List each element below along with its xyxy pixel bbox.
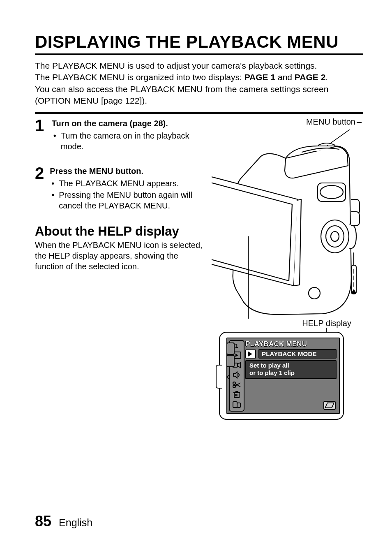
help-line-2: or to play 1 clip bbox=[249, 369, 332, 377]
page-number: 85 bbox=[35, 513, 51, 530]
steps-rule bbox=[35, 112, 363, 114]
step-body-2: Press the MENU button. The PLAYBACK MENU… bbox=[50, 165, 208, 212]
svg-rect-15 bbox=[237, 403, 240, 407]
step-2-bullet-2: Pressing the MENU button again will canc… bbox=[57, 190, 208, 211]
intro-and: and bbox=[275, 72, 295, 82]
intro-line2a: The PLAYBACK MENU is organized into two … bbox=[35, 72, 244, 82]
step-number-2: 2 bbox=[35, 165, 44, 181]
step-2-bullets: The PLAYBACK MENU appears. Pressing the … bbox=[50, 178, 208, 211]
step-heading-1: Turn on the camera (page 28). bbox=[52, 118, 208, 129]
step-heading-2: Press the MENU button. bbox=[50, 166, 208, 176]
help-display-label: HELP display bbox=[302, 319, 351, 328]
step-2-bullet-1: The PLAYBACK MENU appears. bbox=[57, 178, 208, 189]
svg-rect-14 bbox=[233, 402, 237, 407]
camera-illustration bbox=[212, 130, 368, 319]
svg-point-4 bbox=[320, 185, 343, 199]
manual-page: DISPLAYING THE PLAYBACK MENU The PLAYBAC… bbox=[0, 0, 392, 553]
intro-page2: PAGE 2 bbox=[295, 72, 325, 82]
tab-2 bbox=[226, 355, 235, 367]
speaker-icon bbox=[232, 371, 241, 379]
edit-icon bbox=[323, 401, 336, 410]
intro-paragraph: The PLAYBACK MENU is used to adjust your… bbox=[35, 60, 363, 106]
lcd-sidebar: 1 bbox=[229, 340, 244, 412]
svg-marker-9 bbox=[235, 354, 238, 357]
mode-bar: PLAYBACK MODE bbox=[245, 349, 337, 359]
playback-icon bbox=[245, 349, 256, 359]
title-rule bbox=[35, 53, 363, 55]
intro-line1: The PLAYBACK MENU is used to adjust your… bbox=[35, 61, 317, 70]
help-line-1: Set to play all bbox=[249, 362, 332, 369]
footer-language: English bbox=[59, 517, 92, 529]
lcd-screen: 1 PLAYBACK MENU PLAYBACK MODE Set to bbox=[226, 338, 340, 414]
svg-point-5 bbox=[309, 287, 320, 299]
help-box: Set to play all or to play 1 clip bbox=[245, 360, 337, 379]
about-heading: About the HELP display bbox=[35, 224, 208, 239]
lcd-content: PLAYBACK MENU PLAYBACK MODE Set to play … bbox=[245, 340, 337, 379]
content-columns: 1 Turn on the camera (page 28). Turn the… bbox=[35, 117, 363, 430]
lcd-title: PLAYBACK MENU bbox=[245, 340, 337, 348]
tab-1 bbox=[226, 342, 235, 355]
card-icon bbox=[232, 401, 241, 408]
step-number-1: 1 bbox=[35, 117, 46, 134]
step-body-1: Turn on the camera (page 28). Turn the c… bbox=[52, 117, 208, 153]
left-column: 1 Turn on the camera (page 28). Turn the… bbox=[35, 117, 208, 272]
scissors-icon bbox=[232, 381, 241, 389]
menu-button-label: MENU button bbox=[306, 117, 355, 127]
playback-mode-label: PLAYBACK MODE bbox=[258, 349, 337, 359]
leader-menu bbox=[357, 122, 362, 123]
step-1: 1 Turn on the camera (page 28). Turn the… bbox=[35, 117, 208, 153]
step-2: 2 Press the MENU button. The PLAYBACK ME… bbox=[35, 165, 208, 212]
trash-icon bbox=[232, 391, 241, 398]
step-1-bullets: Turn the camera on in the playback mode. bbox=[52, 130, 208, 152]
intro-line2b: . bbox=[325, 72, 328, 82]
svg-point-2 bbox=[331, 231, 339, 241]
intro-line3: You can also access the PLAYBACK MENU fr… bbox=[35, 84, 328, 105]
intro-page1: PAGE 1 bbox=[244, 72, 275, 82]
step-1-bullet-1: Turn the camera on in the playback mode. bbox=[59, 130, 208, 152]
right-column: MENU button bbox=[212, 117, 368, 430]
about-text: When the PLAYBACK MENU icon is selected,… bbox=[35, 240, 208, 272]
page-footer: 85 English bbox=[35, 513, 92, 530]
page-title: DISPLAYING THE PLAYBACK MENU bbox=[35, 33, 363, 51]
